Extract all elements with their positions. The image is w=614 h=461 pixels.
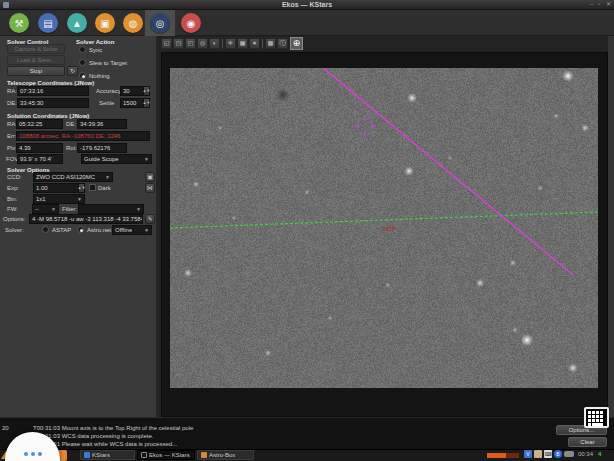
filter-dropdown[interactable]: ▼: [78, 204, 144, 214]
stop-button[interactable]: Stop: [7, 66, 65, 76]
radio-dot: [42, 226, 49, 233]
ekos-window: Ekos — KStars – ▫ ✕ ⚒ ▤ ▲ ▣ ◍ ◎ ◉ Solver…: [0, 0, 614, 461]
ccd-label: CCD:: [7, 172, 22, 182]
virtual-keyboard-icon[interactable]: [584, 407, 609, 428]
radio-slew-to-target[interactable]: Slew to Target: [79, 59, 127, 66]
grid-icon[interactable]: ▦: [237, 38, 248, 49]
capture-loop-icon[interactable]: ⋈: [145, 183, 155, 193]
tab-setup[interactable]: ⚒: [4, 10, 34, 36]
spin-arrows-icon[interactable]: ▲▼: [78, 183, 85, 193]
kstars-window-icon: [84, 452, 90, 458]
chevron-down-icon: ▼: [105, 174, 110, 180]
accuracy-spinbox[interactable]: 30 ▲▼: [120, 86, 150, 96]
fov-field: 93.9' x 70.4': [17, 154, 63, 164]
filter-label: Filter:: [62, 204, 77, 214]
minimize-button[interactable]: –: [590, 0, 593, 9]
info-icon[interactable]: ⓘ: [277, 38, 288, 49]
scheduler-icon: ▤: [38, 13, 58, 33]
touch-indicator-dots: [24, 452, 42, 457]
solver-action-header: Solver Action: [76, 38, 114, 46]
radio-dot: [79, 72, 86, 79]
tray-progress-bar: [487, 453, 519, 458]
de-label: DE:: [7, 98, 17, 108]
telescope-ra-field[interactable]: 07:33:16: [17, 86, 89, 96]
radio-nothing[interactable]: Nothing: [79, 72, 110, 79]
solver-mode-dropdown[interactable]: Offline ▼: [112, 225, 152, 235]
spin-arrows-icon[interactable]: ▲▼: [143, 98, 150, 108]
solution-de-label: DE:: [66, 119, 76, 129]
load-slew-button[interactable]: Load & Slew...: [7, 55, 65, 65]
tray-weather-icon[interactable]: [564, 451, 574, 457]
radio-dot: [79, 59, 86, 66]
accuracy-label: Accuracy: [96, 86, 121, 96]
tab-scheduler[interactable]: ▤: [33, 10, 63, 36]
settle-label: Settle: [99, 98, 114, 108]
capture-solve-button[interactable]: Capture & Solve: [7, 44, 65, 54]
radio-astrometry[interactable]: Astro.net: [77, 226, 111, 233]
tab-capture[interactable]: ▣: [90, 10, 120, 36]
ekos-window-icon: [141, 452, 147, 458]
bin-label: Bin:: [7, 194, 17, 204]
dark-checkbox[interactable]: [89, 184, 96, 191]
fits-viewer-icon[interactable]: ▣: [145, 172, 155, 182]
fw-label: FW:: [7, 204, 18, 214]
mount-icon: ▲: [67, 13, 87, 33]
target-icon: ◎: [150, 13, 170, 33]
radio-sync[interactable]: Sync: [79, 46, 102, 53]
taskbar-window-astrobox[interactable]: Astro-Box: [197, 450, 254, 460]
zoom-out-icon[interactable]: ◳: [173, 38, 184, 49]
taskbar-clock[interactable]: 00:34: [578, 451, 593, 457]
zoom-in-icon[interactable]: ◱: [161, 38, 172, 49]
filterwheel-dropdown[interactable]: -- ▼: [32, 204, 59, 214]
telescope-de-field[interactable]: 33:45:30: [17, 98, 89, 108]
guide-target-icon: ◉: [181, 13, 201, 33]
tab-focus[interactable]: ◍: [118, 10, 148, 36]
pixel-grid-icon[interactable]: ▩: [265, 38, 276, 49]
chevron-down-icon: ▼: [51, 206, 56, 212]
tab-guide[interactable]: ◉: [176, 10, 206, 36]
radio-astap[interactable]: ASTAP: [42, 226, 71, 233]
chevron-down-icon: ▼: [144, 227, 149, 233]
ra-label: RA:: [7, 86, 17, 96]
taskbar-window-ekos[interactable]: Ekos — KStars: [137, 450, 195, 460]
astrobox-window-icon: [201, 452, 207, 458]
ccd-dropdown[interactable]: ZWO CCD ASI120MC ▼: [33, 172, 113, 182]
app-icon: [3, 2, 9, 8]
taskbar-window-kstars[interactable]: KStars: [80, 450, 135, 460]
bluetooth-icon[interactable]: B: [554, 450, 562, 458]
magnifier-icon: ◍: [123, 13, 143, 33]
scope-dropdown[interactable]: Guide Scope ▼: [81, 154, 152, 164]
starfield-image[interactable]: [170, 68, 598, 388]
window-title: Ekos — KStars: [0, 0, 614, 10]
close-button[interactable]: ✕: [606, 0, 611, 9]
solution-de-field: 34:39:36: [77, 119, 127, 129]
title-bar: Ekos — KStars – ▫ ✕: [0, 0, 614, 10]
tab-mount[interactable]: ▲: [62, 10, 92, 36]
maximize-button[interactable]: ▫: [598, 0, 600, 9]
solution-error-field: 108808 arcsec. RA:-108760 DE: 3246: [16, 131, 150, 141]
default-zoom-icon[interactable]: ◰: [185, 38, 196, 49]
center-telescope-icon[interactable]: ⊕: [290, 37, 303, 50]
tray-files-icon[interactable]: [534, 450, 542, 458]
stretch-icon[interactable]: ◐: [209, 38, 220, 49]
log-year-fragment: 20: [2, 424, 9, 432]
stars-icon[interactable]: ∗: [249, 38, 260, 49]
binning-dropdown[interactable]: 1x1 ▼: [33, 194, 85, 204]
crosshair-icon[interactable]: ✛: [225, 38, 236, 49]
spin-arrows-icon[interactable]: ▲▼: [143, 86, 150, 96]
tray-app-icon[interactable]: V: [524, 450, 532, 458]
solver-args-field[interactable]: 4 -M 98.5718 -u aw -3 113.318 -4 33.7584…: [29, 214, 143, 224]
radio-dot: [79, 46, 86, 53]
zoom-to-fit-icon[interactable]: ◎: [197, 38, 208, 49]
radio-dot: [77, 226, 84, 233]
log-line: T00:31:03 Mount axis is to the Top Right…: [33, 424, 193, 432]
toolbar-separator: [262, 39, 263, 48]
toolbar-separator: [222, 39, 223, 48]
exposure-spinbox[interactable]: 1.00 ▲▼: [33, 183, 85, 193]
tab-align[interactable]: ◎: [145, 10, 175, 36]
edit-options-icon[interactable]: ✎: [145, 214, 155, 224]
log-clear-button[interactable]: Clear: [568, 437, 607, 447]
tray-keyboard-icon[interactable]: ⌨: [544, 450, 552, 458]
settle-spinbox[interactable]: 1500 ▲▼: [120, 98, 150, 108]
sync-rotate-icon[interactable]: ↻: [67, 66, 78, 76]
